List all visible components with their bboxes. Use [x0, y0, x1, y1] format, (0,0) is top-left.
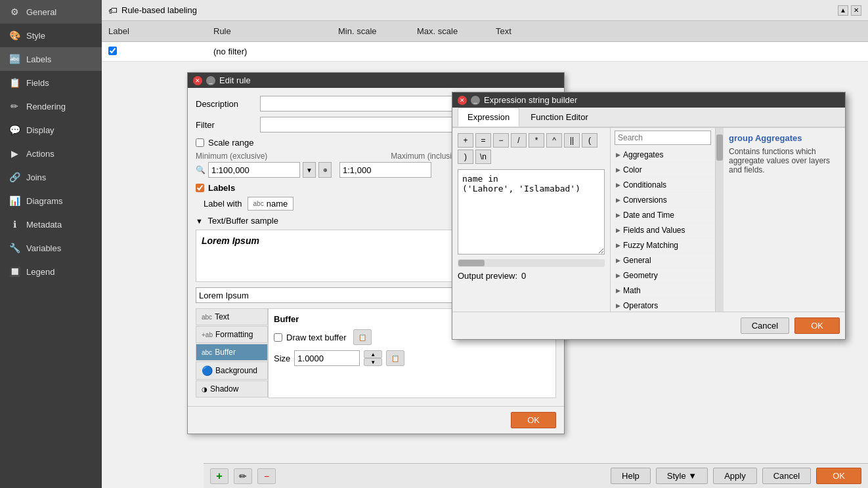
category-math[interactable]: ▶ Math: [611, 283, 715, 298]
sidebar-item-fields[interactable]: 📋 Fields: [0, 71, 102, 94]
sidebar-item-rendering[interactable]: ✏ Rendering: [0, 94, 102, 118]
label-abc: abc: [253, 200, 264, 207]
sidebar-item-label: Diagrams: [26, 196, 63, 206]
min-scale-input[interactable]: [208, 162, 300, 178]
sub-tab-formatting[interactable]: +ab Formatting: [196, 326, 268, 343]
expr-tab-expression[interactable]: Expression: [458, 108, 519, 127]
tri-icon: ▶: [616, 212, 620, 218]
expr-hscroll-thumb: [458, 260, 485, 266]
edit-rule-min-button[interactable]: _: [206, 76, 215, 85]
size-label: Size: [274, 354, 290, 363]
op-multiply[interactable]: *: [529, 133, 544, 148]
sidebar-item-joins[interactable]: 🔗 Joins: [0, 165, 102, 189]
sidebar-item-general[interactable]: ⚙ General: [0, 0, 102, 24]
max-scale-input[interactable]: [339, 162, 431, 178]
sub-tab-background[interactable]: 🔵 Background: [196, 361, 268, 380]
category-fields[interactable]: ▶ Fields and Values: [611, 223, 715, 238]
cancel-main-button[interactable]: Cancel: [762, 468, 811, 484]
expr-search-input[interactable]: [615, 131, 711, 145]
sidebar-item-legend[interactable]: 🔲 Legend: [0, 260, 102, 283]
expr-min-button[interactable]: _: [471, 96, 480, 105]
joins-icon: 🔗: [8, 171, 21, 184]
sub-tab-buffer[interactable]: abc Buffer: [196, 344, 268, 361]
sub-tab-list: abc Text +ab Formatting abc Buffer 🔵 Bac…: [196, 308, 268, 398]
lorem-input[interactable]: [196, 287, 459, 303]
op-concat[interactable]: ||: [564, 133, 580, 148]
category-conversions[interactable]: ▶ Conversions: [611, 193, 715, 208]
output-preview-value: 0: [521, 271, 526, 281]
sidebar-item-style[interactable]: 🎨 Style: [0, 24, 102, 47]
op-minus[interactable]: −: [493, 133, 509, 148]
category-general[interactable]: ▶ General: [611, 253, 715, 268]
sidebar-item-diagrams[interactable]: 📊 Diagrams: [0, 189, 102, 213]
expr-hscroll[interactable]: [458, 259, 605, 267]
op-plus[interactable]: +: [458, 133, 473, 148]
op-newline[interactable]: \n: [475, 150, 491, 164]
row-max: [410, 51, 489, 53]
category-geometry[interactable]: ▶ Geometry: [611, 268, 715, 283]
expr-ok-button[interactable]: OK: [794, 317, 840, 334]
remove-rule-button[interactable]: −: [257, 468, 276, 484]
draw-buffer-icon-btn[interactable]: 📋: [353, 329, 372, 345]
sidebar-item-variables[interactable]: 🔧 Variables: [0, 236, 102, 260]
close-button[interactable]: ✕: [851, 5, 861, 16]
add-rule-button[interactable]: +: [210, 468, 228, 484]
ok-main-button[interactable]: OK: [816, 468, 861, 484]
category-conditionals[interactable]: ▶ Conditionals: [611, 178, 715, 193]
middle-scrollbar[interactable]: [716, 128, 724, 312]
expr-right-panel: group Aggregates Contains functions whic…: [724, 128, 845, 312]
size-input[interactable]: [294, 350, 360, 366]
expr-cancel-button[interactable]: Cancel: [741, 317, 789, 334]
sidebar-item-label: Actions: [26, 149, 54, 159]
category-fuzzy[interactable]: ▶ Fuzzy Matching: [611, 238, 715, 253]
edit-rule-close-button[interactable]: ✕: [193, 76, 202, 85]
op-equals[interactable]: =: [475, 133, 491, 148]
op-open-paren[interactable]: (: [582, 133, 597, 148]
tri-icon: ▶: [616, 242, 620, 249]
labels-icon: 🔤: [8, 52, 21, 66]
category-operators[interactable]: ▶ Operators: [611, 298, 715, 312]
op-power[interactable]: ^: [546, 133, 562, 148]
style-dropdown-icon: ▼: [688, 471, 697, 481]
size-icon-btn[interactable]: 📋: [386, 350, 404, 366]
sidebar-item-display[interactable]: 💬 Display: [0, 118, 102, 142]
edit-rule-ok-button[interactable]: OK: [511, 412, 556, 428]
label-with-value[interactable]: abc name: [248, 197, 294, 211]
category-datetime[interactable]: ▶ Date and Time: [611, 208, 715, 223]
scale-range-checkbox[interactable]: [196, 138, 204, 147]
minimize-button[interactable]: ▲: [838, 5, 848, 16]
row-checkbox[interactable]: [108, 47, 117, 55]
expr-tab-function-editor[interactable]: Function Editor: [521, 108, 597, 127]
edit-rule-button[interactable]: ✏: [234, 468, 252, 484]
sidebar-item-actions[interactable]: ▶ Actions: [0, 142, 102, 165]
sub-tab-shadow[interactable]: ◑ Shadow: [196, 380, 268, 397]
tri-icon: ▶: [616, 152, 620, 158]
sidebar-item-label: Rendering: [26, 102, 66, 112]
section-toggle-icon[interactable]: ▼: [196, 217, 203, 225]
sidebar-item-labels[interactable]: 🔤 Labels: [0, 47, 102, 71]
draw-buffer-label: Draw text buffer: [286, 333, 347, 342]
edit-rule-bottom: OK: [188, 406, 564, 434]
size-down-button[interactable]: ▼: [364, 358, 382, 366]
help-button[interactable]: Help: [611, 468, 651, 484]
filter-label: Filter: [196, 120, 255, 130]
op-divide[interactable]: /: [511, 133, 527, 148]
current-scale-btn[interactable]: ⊕: [318, 162, 332, 178]
category-aggregates[interactable]: ▶ Aggregates: [611, 148, 715, 163]
size-up-button[interactable]: ▲: [364, 350, 382, 358]
scale-range-label: Scale range: [208, 138, 253, 148]
description-label: Description: [196, 99, 255, 109]
sidebar-item-metadata[interactable]: ℹ Metadata: [0, 213, 102, 236]
op-close-paren[interactable]: ): [458, 150, 473, 164]
draw-buffer-checkbox[interactable]: [274, 333, 282, 342]
expr-close-button[interactable]: ✕: [458, 96, 467, 105]
category-color[interactable]: ▶ Color: [611, 163, 715, 178]
style-button[interactable]: Style ▼: [656, 468, 708, 484]
expression-code-area[interactable]: name in ('Lahore', 'Islamabad'): [458, 169, 605, 254]
table-row[interactable]: (no filter): [102, 42, 868, 62]
sub-tab-text[interactable]: abc Text: [196, 308, 268, 325]
sub-tab-text-label: Text: [215, 312, 229, 321]
apply-button[interactable]: Apply: [713, 468, 757, 484]
scale-dropdown-btn[interactable]: ▼: [303, 162, 316, 178]
labels-checkbox[interactable]: [196, 184, 204, 192]
